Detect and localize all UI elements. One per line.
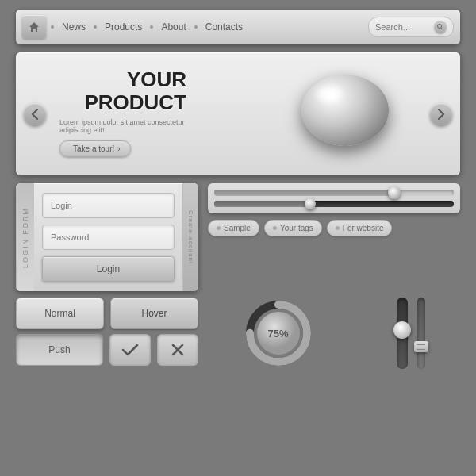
home-button[interactable] [22,15,46,39]
navbar: News Products About Contacts [16,10,460,44]
slider-1-thumb[interactable] [388,186,401,199]
vertical-slider-2-track[interactable] [417,298,425,369]
slider-1-track[interactable] [214,190,454,196]
right-bottom-controls: 75% [208,298,460,369]
nav-separator [94,25,97,29]
hero-text-block: YOUR PRODUCT Lorem ipsum dolor sit amet … [60,68,186,157]
tag-dot [336,226,340,230]
x-button[interactable] [157,334,198,366]
login-sidebar-label: LOGIN FORM [16,183,34,291]
hero-title: YOUR PRODUCT [60,68,186,113]
vertical-slider-1-track[interactable] [397,298,408,369]
hero-subtitle: Lorem ipsum dolor sit amet consectetur a… [60,118,186,134]
password-input[interactable] [42,225,175,250]
nav-item-about[interactable]: About [158,21,189,33]
svg-line-1 [441,28,443,30]
nav-separator [194,25,198,29]
push-button[interactable]: Push [16,334,103,366]
slider-2-track[interactable] [214,201,454,207]
tag-sample[interactable]: Sample [208,220,259,236]
slider-1-fill [214,190,394,196]
circular-progress: 75% [244,298,313,368]
bottom-controls-row: Normal Hover Push [16,298,460,369]
search-input[interactable] [375,22,431,32]
search-bar [368,17,454,37]
nav-item-news[interactable]: News [59,21,89,33]
nav-item-contacts[interactable]: Contacts [202,21,246,33]
buttons-row-1: Normal Hover [16,298,198,329]
tag-dot [273,226,277,230]
buttons-row-2: Push [16,334,198,366]
hero-cta-button[interactable]: Take a tour! › [60,140,131,157]
hero-next-button[interactable] [430,103,452,125]
login-content: Login [34,183,182,291]
nav-separator [51,25,54,29]
slider-2-fill [214,201,310,207]
tag-for-website[interactable]: For website [327,220,393,236]
login-panel: LOGIN FORM Login Create account [16,183,198,291]
vertical-sliders [397,298,425,369]
tag-dot [217,226,221,230]
sliders-panel [208,183,460,213]
hero-orb [301,75,397,154]
hero-prev-button[interactable] [24,103,46,125]
orb-shine [317,86,341,101]
tags-row: Sample Your tags For website [208,220,460,236]
slider-2-thumb[interactable] [305,198,316,209]
tag-your-tags[interactable]: Your tags [264,220,322,236]
right-controls: Sample Your tags For website [208,183,460,291]
vertical-slider-2-thumb[interactable] [414,341,428,352]
check-button[interactable] [109,334,151,366]
svg-point-0 [438,25,442,29]
create-account-label[interactable]: Create account [182,183,198,291]
buttons-area: Normal Hover Push [16,298,198,366]
hover-button[interactable]: Hover [110,298,198,329]
circular-progress-label: 75% [267,328,288,340]
login-button[interactable]: Login [42,256,175,282]
nav-separator [150,25,153,29]
search-icon[interactable] [434,21,447,33]
bottom-section: LOGIN FORM Login Create account Sample [16,183,460,291]
normal-button[interactable]: Normal [16,298,104,329]
vertical-slider-1-thumb[interactable] [393,321,411,339]
orb-shape [301,75,389,146]
login-input[interactable] [42,193,175,218]
home-icon [28,21,40,33]
hero-banner: YOUR PRODUCT Lorem ipsum dolor sit amet … [16,52,460,175]
nav-item-products[interactable]: Products [102,21,145,33]
